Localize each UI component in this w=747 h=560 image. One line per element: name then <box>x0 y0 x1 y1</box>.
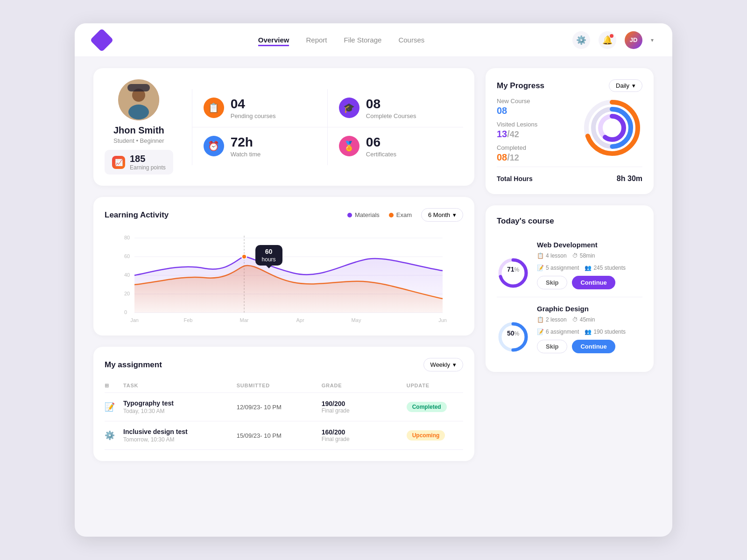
graphic-design-name: Graphic Design <box>537 305 642 313</box>
assignment-filter-button[interactable]: Weekly ▾ <box>423 358 463 371</box>
gd-students-icon: 👥 <box>585 329 592 335</box>
task-icon: 📝 <box>105 402 123 412</box>
progress-title: My Progress <box>497 81 544 91</box>
materials-dot <box>347 213 352 217</box>
gd-continue-button[interactable]: Continue <box>572 340 615 353</box>
graphic-design-meta: 📋 2 lesson ⏱ 45min 📝 6 assignment <box>537 316 642 335</box>
web-dev-donut: 71% <box>497 257 529 273</box>
navbar: Overview Report File Storage Courses ⚙️ … <box>75 23 672 57</box>
watch-label: Watch time <box>231 151 261 158</box>
svg-point-2 <box>128 105 149 119</box>
stat-watch: ⏰ 72h Watch time <box>192 127 328 165</box>
settings-icon: ⚙️ <box>576 35 586 45</box>
task-icon-2: ⚙️ <box>105 430 123 441</box>
graphic-design-percent-sign: % <box>514 330 519 337</box>
task-name-1: Typography test <box>123 399 237 407</box>
gd-time-icon: ⏱ <box>572 316 578 323</box>
gd-time: ⏱ 45min <box>572 316 595 323</box>
web-dev-assignments-label: 5 assignment <box>546 265 579 271</box>
grade-sub-2: Final grade <box>322 436 407 442</box>
exam-label: Exam <box>396 211 412 218</box>
svg-point-15 <box>242 254 247 259</box>
right-column: My Progress Daily ▾ New Course 08 Visite… <box>486 68 654 525</box>
chart-area: 60 hours 80 60 40 20 0 <box>105 231 463 324</box>
learning-activity-card: Learning Activity Materials Exam <box>93 197 474 336</box>
submitted-1: 12/09/23- 10 PM <box>237 404 322 411</box>
completed-total: 12 <box>510 153 519 162</box>
web-dev-percent-sign: % <box>514 266 519 273</box>
grade-2: 160/200 <box>322 428 407 436</box>
pending-label: Pending courses <box>231 112 276 119</box>
progress-new-course-label: New Course <box>497 98 582 105</box>
stat-pending: 📋 04 Pending courses <box>192 89 328 127</box>
progress-visited-label: Visited Lesions <box>497 121 582 128</box>
app-logo[interactable] <box>90 28 114 52</box>
main-content: Jhon Smith Student • Beginner 📈 185 Earn… <box>75 57 672 537</box>
earning-badge: 📈 185 Earning points <box>105 150 173 175</box>
graphic-design-info: Graphic Design 📋 2 lesson ⏱ 45min <box>537 305 642 353</box>
grade-1: 190/200 <box>322 400 407 407</box>
chart-filter-button[interactable]: 6 Month ▾ <box>421 208 463 222</box>
earning-points-label: Earning points <box>130 164 166 171</box>
svg-text:May: May <box>352 317 361 323</box>
notification-button[interactable]: 🔔 <box>599 31 616 49</box>
user-avatar[interactable]: JD <box>625 31 642 49</box>
earning-icon: 📈 <box>112 156 125 169</box>
gd-time-label: 45min <box>580 316 595 323</box>
nav-report[interactable]: Report <box>306 34 327 46</box>
nav-overview[interactable]: Overview <box>258 34 289 46</box>
svg-text:0: 0 <box>124 309 127 315</box>
app-window: Overview Report File Storage Courses ⚙️ … <box>75 23 672 537</box>
nav-file-storage[interactable]: File Storage <box>344 34 382 46</box>
certificates-icon: 🏅 <box>339 136 359 156</box>
gd-lesson-icon: 📋 <box>537 316 544 323</box>
stat-certificates: 🏅 06 Certificates <box>328 127 463 165</box>
web-dev-meta: 📋 4 lesson ⏱ 58min 📝 5 assignment <box>537 252 642 271</box>
svg-rect-3 <box>127 84 150 91</box>
profile-name: Jhon Smith <box>106 125 171 136</box>
progress-filter-button[interactable]: Daily ▾ <box>609 79 642 92</box>
web-dev-actions: Skip Continue <box>537 276 642 289</box>
course-web-dev: 71% Web Development 📋 4 lesson ⏱ <box>497 233 642 297</box>
task-name-2: Inclusive design test <box>123 428 237 435</box>
watch-count: 72h <box>231 135 261 150</box>
nav-links: Overview Report File Storage Courses <box>129 34 554 46</box>
progress-completed-label: Completed <box>497 144 582 151</box>
web-dev-info: Web Development 📋 4 lesson ⏱ 58min <box>537 241 642 289</box>
time-icon: ⏱ <box>572 252 578 259</box>
total-hours-label: Total Hours <box>497 175 533 182</box>
assignment-filter-label: Weekly <box>430 361 450 368</box>
visited-num: 13 <box>497 129 507 139</box>
chevron-down-icon: ▾ <box>632 82 635 89</box>
settings-button[interactable]: ⚙️ <box>572 31 590 49</box>
lesson-icon: 📋 <box>537 252 544 259</box>
gd-assignment-icon: 📝 <box>537 329 544 335</box>
progress-new-course-value: 08 <box>497 105 582 116</box>
materials-label: Materials <box>355 211 380 218</box>
web-dev-time: ⏱ 58min <box>572 252 595 259</box>
total-hours-value: 8h 30m <box>617 175 642 183</box>
svg-text:Apr: Apr <box>296 317 304 323</box>
col-task: TASK <box>123 383 237 389</box>
chart-title: Learning Activity <box>105 210 169 220</box>
exam-dot <box>389 213 394 217</box>
web-dev-name: Web Development <box>537 241 642 249</box>
web-dev-continue-button[interactable]: Continue <box>572 276 615 289</box>
gd-skip-button[interactable]: Skip <box>537 340 567 353</box>
watch-icon: ⏰ <box>204 136 224 156</box>
gd-lessons: 📋 2 lesson <box>537 316 567 323</box>
avatar-initials: JD <box>630 36 638 43</box>
profile-card: Jhon Smith Student • Beginner 📈 185 Earn… <box>93 68 474 186</box>
legend-exam: Exam <box>389 211 412 218</box>
graphic-design-actions: Skip Continue <box>537 340 642 353</box>
svg-text:40: 40 <box>124 272 130 278</box>
nav-courses[interactable]: Courses <box>398 34 424 46</box>
donut-svg <box>582 98 642 158</box>
complete-label: Complete Courses <box>366 112 416 119</box>
gd-assignments: 📝 6 assignment <box>537 329 579 335</box>
profile-avatar <box>118 79 159 120</box>
web-dev-skip-button[interactable]: Skip <box>537 276 567 289</box>
web-dev-percent: 71 <box>507 266 514 273</box>
table-row: ⚙️ Inclusive design test Tomorrow, 10:30… <box>105 421 463 450</box>
chevron-down-icon: ▾ <box>453 361 456 368</box>
